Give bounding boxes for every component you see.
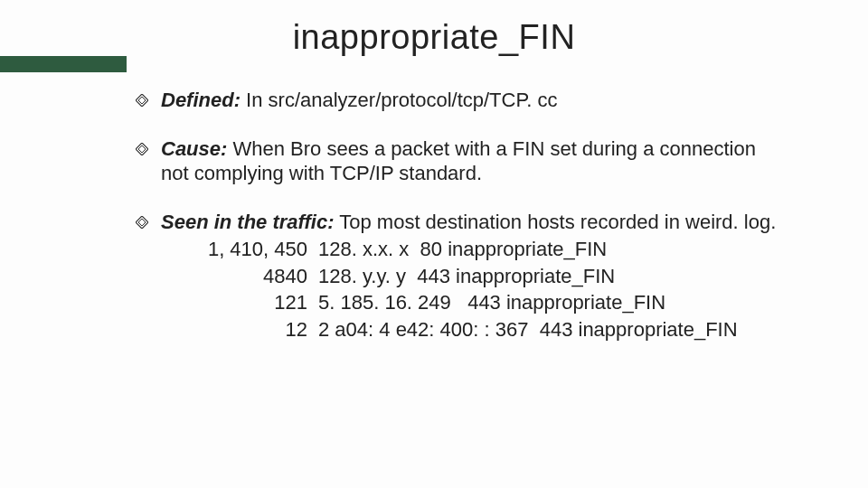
accent-bar: [0, 56, 127, 72]
bullet-body: Cause: When Bro sees a packet with a FIN…: [161, 136, 787, 186]
record-row: 121 5. 185. 16. 249 443 inappropriate_FI…: [192, 289, 787, 316]
bullet-label: Seen in the traffic:: [161, 211, 335, 233]
bullet-text: In src/analyzer/protocol/tcp/TCP. cc: [241, 89, 558, 111]
slide-title: inappropriate_FIN: [54, 18, 814, 57]
diamond-icon: [136, 94, 148, 107]
record-detail: 128. y.y. y 443 inappropriate_FIN: [318, 263, 787, 290]
record-detail: 2 a04: 4 e42: 400: : 367 443 inappropria…: [318, 316, 787, 343]
bullet-text: When Bro sees a packet with a FIN set du…: [161, 137, 756, 185]
bullet-seen: Seen in the traffic: Top most destinatio…: [136, 210, 787, 343]
records-block: 1, 410, 450 128. x.x. x 80 inappropriate…: [161, 236, 787, 343]
bullet-label: Defined:: [161, 89, 241, 111]
bullet-defined: Defined: In src/analyzer/protocol/tcp/TC…: [136, 88, 787, 113]
record-row: 12 2 a04: 4 e42: 400: : 367 443 inapprop…: [192, 316, 787, 343]
bullet-list: Defined: In src/analyzer/protocol/tcp/TC…: [54, 88, 814, 343]
record-detail: 5. 185. 16. 249 443 inappropriate_FIN: [318, 289, 787, 316]
bullet-body: Defined: In src/analyzer/protocol/tcp/TC…: [161, 88, 787, 113]
bullet-text: Top most destination hosts recorded in w…: [335, 211, 777, 233]
slide: inappropriate_FIN Defined: In src/analyz…: [0, 0, 868, 488]
record-count: 1, 410, 450: [192, 236, 318, 263]
bullet-body: Seen in the traffic: Top most destinatio…: [161, 210, 787, 343]
record-count: 12: [192, 316, 318, 343]
diamond-icon: [136, 143, 148, 155]
record-row: 1, 410, 450 128. x.x. x 80 inappropriate…: [192, 236, 787, 263]
record-count: 121: [192, 289, 318, 316]
record-count: 4840: [192, 263, 318, 290]
bullet-cause: Cause: When Bro sees a packet with a FIN…: [136, 136, 787, 186]
record-row: 4840 128. y.y. y 443 inappropriate_FIN: [192, 263, 787, 290]
bullet-label: Cause:: [161, 137, 227, 160]
diamond-icon: [136, 216, 148, 229]
record-detail: 128. x.x. x 80 inappropriate_FIN: [318, 236, 787, 263]
